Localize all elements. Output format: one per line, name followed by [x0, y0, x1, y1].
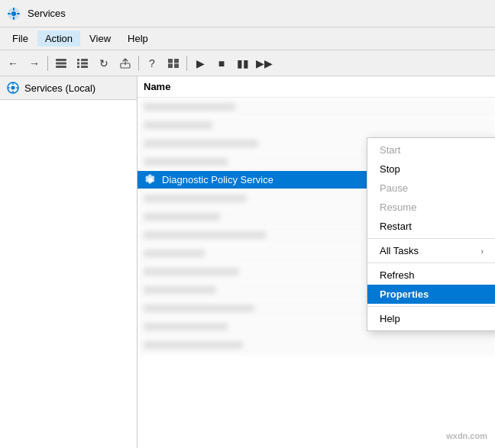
refresh-button[interactable]: ↻ — [94, 53, 114, 73]
toolbar-sep-1 — [47, 56, 48, 71]
pause-button[interactable]: ▮▮ — [233, 53, 253, 73]
left-panel-header: Services (Local) — [0, 76, 137, 100]
svg-rect-5 — [17, 13, 20, 15]
left-panel: Services (Local) — [0, 76, 138, 448]
menu-help[interactable]: Help — [120, 31, 156, 47]
table-row[interactable] — [138, 336, 495, 354]
right-panel: Name Diagnostic Policy Serv — [138, 76, 495, 448]
ctx-properties[interactable]: Properties — [367, 285, 495, 304]
toolbar-sep-3 — [186, 56, 187, 71]
show-tree-button[interactable] — [51, 53, 71, 73]
ctx-help[interactable]: Help — [367, 309, 495, 328]
svg-rect-25 — [16, 87, 18, 89]
svg-rect-8 — [56, 66, 66, 68]
ctx-pause[interactable]: Pause — [367, 179, 495, 198]
play-button[interactable]: ▶ — [190, 53, 210, 73]
svg-rect-18 — [168, 63, 173, 68]
svg-rect-17 — [174, 59, 179, 63]
svg-rect-6 — [56, 59, 66, 61]
services-local-icon — [6, 81, 20, 95]
table-row[interactable] — [138, 116, 495, 134]
column-header-name: Name — [138, 76, 495, 98]
toolbar: ← → ↻ ? ▶ ■ — [0, 50, 495, 76]
svg-rect-19 — [174, 63, 179, 68]
menu-bar: File Action View Help — [0, 27, 495, 50]
svg-rect-3 — [13, 17, 15, 20]
menu-action[interactable]: Action — [37, 31, 80, 47]
svg-point-1 — [11, 11, 16, 16]
ctx-stop[interactable]: Stop — [367, 160, 495, 179]
svg-rect-13 — [77, 66, 79, 68]
resume-button[interactable]: ▶▶ — [254, 53, 274, 73]
left-panel-label: Services (Local) — [24, 82, 95, 94]
watermark: wxdn.com — [446, 431, 487, 440]
svg-rect-16 — [168, 59, 173, 63]
stop-button[interactable]: ■ — [212, 53, 231, 73]
menu-file[interactable]: File — [5, 31, 36, 47]
context-menu: Start Stop Pause Resume Restart All Task… — [367, 137, 495, 331]
toggle-view-button[interactable] — [163, 53, 183, 73]
ctx-sep-1 — [367, 238, 495, 239]
window-title: Services — [28, 8, 66, 19]
ctx-all-tasks-arrow: › — [480, 247, 484, 256]
list-view-button[interactable] — [73, 53, 92, 73]
svg-rect-14 — [81, 66, 88, 68]
main-area: Services (Local) Name — [0, 76, 495, 448]
app-icon — [6, 6, 21, 21]
svg-rect-4 — [8, 13, 11, 15]
svg-rect-24 — [8, 87, 10, 89]
ctx-resume[interactable]: Resume — [367, 198, 495, 217]
ctx-sep-2 — [367, 263, 495, 263]
svg-rect-10 — [81, 59, 88, 61]
svg-rect-7 — [56, 62, 66, 64]
ctx-sep-3 — [367, 306, 495, 307]
forward-button[interactable]: → — [24, 53, 44, 73]
svg-rect-9 — [77, 59, 79, 61]
ctx-refresh[interactable]: Refresh — [367, 266, 495, 285]
selected-service-name: Diagnostic Policy Service — [162, 174, 273, 185]
svg-rect-2 — [13, 8, 15, 11]
svg-point-21 — [11, 86, 15, 90]
service-gear-icon — [144, 173, 157, 187]
table-row[interactable] — [138, 98, 495, 116]
title-bar: Services — [0, 0, 495, 27]
svg-rect-11 — [77, 62, 79, 64]
ctx-start[interactable]: Start — [367, 140, 495, 160]
ctx-all-tasks[interactable]: All Tasks › — [367, 241, 495, 260]
svg-rect-23 — [12, 91, 14, 93]
help-button[interactable]: ? — [142, 53, 162, 73]
ctx-restart[interactable]: Restart — [367, 217, 495, 236]
svg-rect-22 — [12, 82, 14, 85]
export-button[interactable] — [115, 53, 135, 73]
toolbar-sep-2 — [138, 56, 139, 71]
menu-view[interactable]: View — [82, 31, 118, 47]
back-button[interactable]: ← — [3, 53, 23, 73]
svg-rect-12 — [81, 62, 88, 64]
